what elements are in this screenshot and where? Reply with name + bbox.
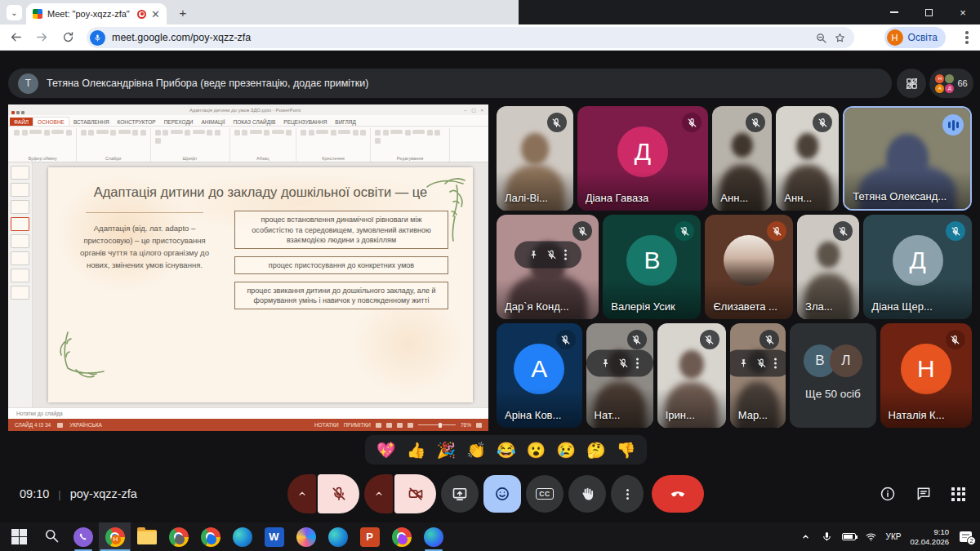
tray-mic-icon[interactable]	[821, 531, 833, 543]
reaction-emoji-0[interactable]: 💖	[376, 442, 396, 458]
pp-comments-toggle[interactable]: ПРИМІТКИ	[344, 422, 371, 428]
tab-search-chevron-icon[interactable]: ⌄	[7, 5, 22, 20]
pp-thumbnail-5[interactable]	[11, 234, 29, 248]
pp-view-reading-icon[interactable]	[397, 423, 403, 428]
tile-menu-icon[interactable]	[774, 358, 777, 368]
tile-menu-icon[interactable]	[564, 249, 567, 260]
pp-zoom-level[interactable]: 76%	[461, 422, 471, 428]
taskbar-windows-icon[interactable]	[3, 522, 35, 551]
wifi-icon[interactable]	[865, 531, 877, 543]
participant-tile[interactable]: ААріна Ков...	[497, 323, 582, 428]
participant-tile[interactable]: Ірин...	[657, 323, 726, 428]
chat-icon[interactable]	[915, 486, 932, 502]
present-screen-button[interactable]	[441, 475, 479, 513]
reaction-emoji-3[interactable]: 👏	[466, 442, 486, 458]
participant-tile[interactable]: ВВалерія Усик	[603, 215, 701, 319]
participant-tile[interactable]: Лалі-Ві...	[497, 106, 573, 211]
window-maximize-button[interactable]	[911, 0, 946, 24]
reaction-emoji-1[interactable]: 👍	[407, 442, 426, 458]
camera-options-chevron[interactable]	[364, 474, 393, 513]
meeting-details-icon[interactable]	[880, 486, 896, 502]
bookmark-star-icon[interactable]	[834, 32, 846, 44]
taskbar-viber-icon[interactable]	[67, 522, 99, 551]
pp-spellcheck-icon[interactable]	[57, 423, 63, 428]
pp-tab-5[interactable]: АНІМАЦІЇ	[197, 118, 229, 126]
zoom-icon[interactable]	[815, 32, 827, 44]
pp-tab-4[interactable]: ПЕРЕХОДИ	[160, 118, 198, 126]
pp-zoom-slider[interactable]	[418, 424, 456, 425]
pp-language[interactable]: УКРАЇНСЬКА	[69, 422, 102, 428]
reload-icon[interactable]	[57, 27, 78, 48]
pp-tab-3[interactable]: КОНСТРУКТОР	[114, 118, 160, 126]
camera-off-button[interactable]	[394, 474, 436, 513]
pp-tab-8[interactable]: ВИГЛЯД	[331, 118, 360, 126]
end-call-button[interactable]	[652, 475, 704, 513]
participant-tile[interactable]: Зла...	[797, 215, 859, 319]
participant-tile[interactable]: Нат...	[586, 323, 653, 428]
reaction-emoji-2[interactable]: 🎉	[436, 442, 456, 458]
pp-notes-toggle[interactable]: НОТАТКИ	[314, 422, 339, 428]
mic-permission-icon[interactable]	[90, 30, 105, 46]
reaction-emoji-5[interactable]: 😮	[527, 442, 546, 458]
raise-hand-button[interactable]	[568, 475, 606, 513]
taskbar-word-icon[interactable]: W	[258, 522, 290, 551]
mic-options-chevron[interactable]	[287, 474, 316, 513]
participant-tile[interactable]: ВЛЩе 50 осіб	[790, 323, 876, 428]
back-icon[interactable]	[5, 27, 26, 48]
pp-slide-thumbnails[interactable]	[8, 162, 33, 407]
browser-menu-icon[interactable]	[965, 31, 969, 44]
pp-tab-0[interactable]: ФАЙЛ	[10, 118, 33, 126]
browser-profile-chip[interactable]: Н Освіта	[884, 27, 946, 48]
browser-tab[interactable]: Meet: "poy-xqzz-zfa" ✕	[26, 3, 167, 24]
presentation-off-icon[interactable]	[897, 69, 926, 98]
participant-tile[interactable]: Мар...	[730, 323, 786, 428]
more-options-button[interactable]	[611, 475, 644, 513]
taskbar-explorer-icon[interactable]	[131, 522, 163, 551]
pp-view-slideshow-icon[interactable]	[408, 423, 413, 428]
pp-view-normal-icon[interactable]	[376, 423, 381, 428]
participant-tile[interactable]: Анн...	[776, 106, 839, 211]
pp-notes-pane[interactable]: Нотатки до слайда	[8, 407, 488, 419]
notifications-icon[interactable]: 2	[960, 531, 972, 542]
participant-tile[interactable]: Анн...	[712, 106, 772, 211]
taskbar-webex-icon[interactable]	[417, 522, 449, 551]
taskbar-chrome-icon[interactable]	[163, 522, 194, 551]
pp-thumbnail-2[interactable]	[11, 183, 29, 197]
participant-tile[interactable]: ННаталія К...	[880, 323, 972, 428]
participant-tile[interactable]: ДДіана Щер...	[863, 215, 972, 319]
pp-thumbnail-4[interactable]	[11, 217, 29, 231]
participant-tile[interactable]: Тетяна Олександ...	[843, 106, 972, 211]
participants-count-button[interactable]: НАД 66	[929, 69, 973, 98]
tray-language[interactable]: УКР	[886, 532, 902, 541]
pp-thumbnail-3[interactable]	[11, 200, 29, 214]
participant-tile[interactable]: Єлизавета ...	[705, 215, 793, 319]
battery-icon[interactable]	[842, 533, 856, 540]
tab-close-icon[interactable]: ✕	[151, 9, 160, 20]
reaction-emoji-7[interactable]: 🤔	[586, 442, 606, 458]
taskbar-chrome-icon[interactable]: Н	[99, 522, 131, 551]
participant-tile[interactable]: Дар`я Конд...	[497, 215, 599, 319]
pp-view-sorter-icon[interactable]	[386, 423, 392, 428]
tile-menu-icon[interactable]	[636, 358, 639, 368]
new-tab-button[interactable]: +	[175, 4, 191, 20]
pp-tab-1[interactable]: ОСНОВНЕ	[33, 117, 69, 126]
mic-muted-button[interactable]	[318, 474, 359, 513]
tray-chevron-icon[interactable]	[800, 531, 812, 543]
participant-tile[interactable]: ДДіана Гаваза	[577, 106, 709, 211]
pp-tab-7[interactable]: РЕЦЕНЗУВАННЯ	[279, 118, 331, 126]
taskbar-edge-icon[interactable]	[226, 522, 258, 551]
pp-thumbnail-6[interactable]	[11, 251, 29, 265]
pp-thumbnail-8[interactable]	[11, 286, 29, 300]
tile-hover-actions[interactable]	[514, 241, 581, 268]
taskbar-powerpoint-icon[interactable]: P	[354, 522, 385, 551]
activities-icon[interactable]	[951, 487, 965, 501]
window-minimize-button[interactable]	[877, 0, 911, 24]
reaction-emoji-6[interactable]: 😢	[556, 442, 576, 458]
pp-window-controls[interactable]: – ▢ ×	[464, 107, 485, 113]
pp-thumbnail-7[interactable]	[11, 269, 29, 282]
pp-tab-2[interactable]: ВСТАВЛЕННЯ	[69, 118, 114, 126]
taskbar-edge-icon[interactable]	[322, 522, 354, 551]
tile-hover-actions[interactable]	[730, 349, 786, 376]
window-close-button[interactable]: ×	[946, 0, 980, 24]
url-text[interactable]: meet.google.com/poy-xqzz-zfa	[112, 32, 808, 43]
